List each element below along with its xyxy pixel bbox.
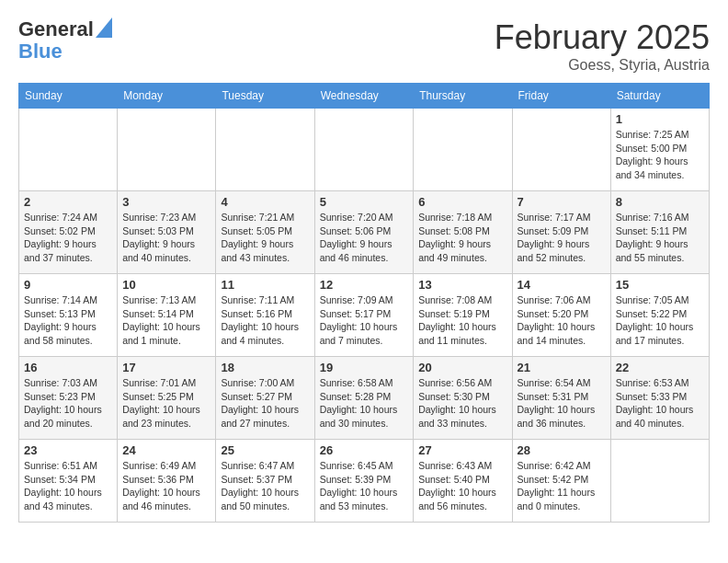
calendar-cell: 2Sunrise: 7:24 AM Sunset: 5:02 PM Daylig… xyxy=(19,191,118,274)
day-number: 10 xyxy=(122,278,210,292)
calendar-cell: 20Sunrise: 6:56 AM Sunset: 5:30 PM Dayli… xyxy=(414,357,512,440)
location: Goess, Styria, Austria xyxy=(495,57,710,74)
day-info: Sunrise: 6:53 AM Sunset: 5:33 PM Dayligh… xyxy=(616,376,704,431)
day-info: Sunrise: 6:54 AM Sunset: 5:31 PM Dayligh… xyxy=(518,376,606,431)
day-info: Sunrise: 7:06 AM Sunset: 5:20 PM Dayligh… xyxy=(518,293,606,348)
day-info: Sunrise: 6:43 AM Sunset: 5:40 PM Dayligh… xyxy=(418,459,506,513)
day-number: 2 xyxy=(24,195,112,209)
calendar-week-3: 9Sunrise: 7:14 AM Sunset: 5:13 PM Daylig… xyxy=(19,274,710,357)
calendar-cell: 24Sunrise: 6:49 AM Sunset: 5:36 PM Dayli… xyxy=(118,440,216,523)
day-number: 19 xyxy=(320,361,409,374)
day-number: 20 xyxy=(418,361,506,374)
calendar-cell xyxy=(610,440,709,523)
day-number: 8 xyxy=(616,195,704,209)
day-info: Sunrise: 7:16 AM Sunset: 5:11 PM Dayligh… xyxy=(616,211,704,265)
logo-text: General xyxy=(18,18,94,40)
title-block: February 2025 Goess, Styria, Austria xyxy=(495,18,710,74)
day-number: 16 xyxy=(24,361,112,374)
calendar-cell: 28Sunrise: 6:42 AM Sunset: 5:42 PM Dayli… xyxy=(512,440,610,523)
day-info: Sunrise: 7:20 AM Sunset: 5:06 PM Dayligh… xyxy=(320,211,409,265)
logo-blue-text: Blue xyxy=(18,40,63,63)
calendar-cell: 5Sunrise: 7:20 AM Sunset: 5:06 PM Daylig… xyxy=(314,191,414,274)
calendar-cell: 11Sunrise: 7:11 AM Sunset: 5:16 PM Dayli… xyxy=(216,274,314,357)
calendar-table: SundayMondayTuesdayWednesdayThursdayFrid… xyxy=(18,83,710,523)
calendar-cell: 4Sunrise: 7:21 AM Sunset: 5:05 PM Daylig… xyxy=(216,191,314,274)
day-info: Sunrise: 6:58 AM Sunset: 5:28 PM Dayligh… xyxy=(320,376,409,431)
calendar-cell: 22Sunrise: 6:53 AM Sunset: 5:33 PM Dayli… xyxy=(610,357,709,440)
calendar-cell: 16Sunrise: 7:03 AM Sunset: 5:23 PM Dayli… xyxy=(19,357,118,440)
column-header-wednesday: Wednesday xyxy=(314,84,414,109)
logo: General Blue xyxy=(18,18,112,63)
calendar-header-row: SundayMondayTuesdayWednesdayThursdayFrid… xyxy=(19,84,710,109)
calendar-cell: 27Sunrise: 6:43 AM Sunset: 5:40 PM Dayli… xyxy=(414,440,512,523)
day-info: Sunrise: 7:14 AM Sunset: 5:13 PM Dayligh… xyxy=(24,293,112,348)
day-number: 6 xyxy=(418,195,506,209)
day-number: 11 xyxy=(221,278,309,292)
svg-marker-0 xyxy=(96,17,112,38)
calendar-cell xyxy=(118,109,216,191)
calendar-cell: 8Sunrise: 7:16 AM Sunset: 5:11 PM Daylig… xyxy=(610,191,709,274)
column-header-friday: Friday xyxy=(512,84,610,109)
day-info: Sunrise: 7:03 AM Sunset: 5:23 PM Dayligh… xyxy=(24,376,112,431)
day-info: Sunrise: 7:24 AM Sunset: 5:02 PM Dayligh… xyxy=(24,211,112,265)
day-info: Sunrise: 6:45 AM Sunset: 5:39 PM Dayligh… xyxy=(320,459,409,513)
day-info: Sunrise: 6:42 AM Sunset: 5:42 PM Dayligh… xyxy=(518,459,606,513)
day-info: Sunrise: 7:13 AM Sunset: 5:14 PM Dayligh… xyxy=(122,293,210,348)
day-number: 5 xyxy=(320,195,409,209)
calendar-cell: 12Sunrise: 7:09 AM Sunset: 5:17 PM Dayli… xyxy=(314,274,414,357)
calendar-cell: 6Sunrise: 7:18 AM Sunset: 5:08 PM Daylig… xyxy=(414,191,512,274)
calendar-week-4: 16Sunrise: 7:03 AM Sunset: 5:23 PM Dayli… xyxy=(19,357,710,440)
calendar-cell: 10Sunrise: 7:13 AM Sunset: 5:14 PM Dayli… xyxy=(118,274,216,357)
day-info: Sunrise: 6:47 AM Sunset: 5:37 PM Dayligh… xyxy=(221,459,309,513)
day-number: 12 xyxy=(320,278,409,292)
column-header-sunday: Sunday xyxy=(19,84,118,109)
day-number: 23 xyxy=(24,443,112,457)
day-info: Sunrise: 7:08 AM Sunset: 5:19 PM Dayligh… xyxy=(418,293,506,348)
calendar-cell: 21Sunrise: 6:54 AM Sunset: 5:31 PM Dayli… xyxy=(512,357,610,440)
day-info: Sunrise: 7:18 AM Sunset: 5:08 PM Dayligh… xyxy=(418,211,506,265)
calendar-cell xyxy=(512,109,610,191)
calendar-cell xyxy=(19,109,118,191)
calendar-cell: 1Sunrise: 7:25 AM Sunset: 5:00 PM Daylig… xyxy=(610,109,709,191)
day-number: 3 xyxy=(122,195,210,209)
day-info: Sunrise: 6:56 AM Sunset: 5:30 PM Dayligh… xyxy=(418,376,506,431)
column-header-saturday: Saturday xyxy=(610,84,709,109)
day-info: Sunrise: 7:25 AM Sunset: 5:00 PM Dayligh… xyxy=(616,128,704,182)
day-info: Sunrise: 7:05 AM Sunset: 5:22 PM Dayligh… xyxy=(616,293,704,348)
day-number: 24 xyxy=(122,443,210,457)
day-info: Sunrise: 6:51 AM Sunset: 5:34 PM Dayligh… xyxy=(24,459,112,513)
calendar-cell: 14Sunrise: 7:06 AM Sunset: 5:20 PM Dayli… xyxy=(512,274,610,357)
calendar-cell xyxy=(414,109,512,191)
day-number: 15 xyxy=(616,278,704,292)
day-info: Sunrise: 6:49 AM Sunset: 5:36 PM Dayligh… xyxy=(122,459,210,513)
day-number: 18 xyxy=(221,361,309,374)
day-info: Sunrise: 7:21 AM Sunset: 5:05 PM Dayligh… xyxy=(221,211,309,265)
day-number: 7 xyxy=(518,195,606,209)
day-number: 26 xyxy=(320,443,409,457)
day-info: Sunrise: 7:23 AM Sunset: 5:03 PM Dayligh… xyxy=(122,211,210,265)
calendar-cell: 3Sunrise: 7:23 AM Sunset: 5:03 PM Daylig… xyxy=(118,191,216,274)
page-header: General Blue February 2025 Goess, Styria… xyxy=(18,18,710,74)
day-number: 9 xyxy=(24,278,112,292)
calendar-cell: 19Sunrise: 6:58 AM Sunset: 5:28 PM Dayli… xyxy=(314,357,414,440)
day-info: Sunrise: 7:17 AM Sunset: 5:09 PM Dayligh… xyxy=(518,211,606,265)
calendar-cell: 17Sunrise: 7:01 AM Sunset: 5:25 PM Dayli… xyxy=(118,357,216,440)
calendar-cell: 26Sunrise: 6:45 AM Sunset: 5:39 PM Dayli… xyxy=(314,440,414,523)
day-number: 21 xyxy=(518,361,606,374)
column-header-monday: Monday xyxy=(118,84,216,109)
day-info: Sunrise: 7:00 AM Sunset: 5:27 PM Dayligh… xyxy=(221,376,309,431)
day-number: 25 xyxy=(221,443,309,457)
day-number: 27 xyxy=(418,443,506,457)
day-number: 13 xyxy=(418,278,506,292)
column-header-thursday: Thursday xyxy=(414,84,512,109)
calendar-cell: 13Sunrise: 7:08 AM Sunset: 5:19 PM Dayli… xyxy=(414,274,512,357)
calendar-cell: 7Sunrise: 7:17 AM Sunset: 5:09 PM Daylig… xyxy=(512,191,610,274)
calendar-cell: 9Sunrise: 7:14 AM Sunset: 5:13 PM Daylig… xyxy=(19,274,118,357)
calendar-week-1: 1Sunrise: 7:25 AM Sunset: 5:00 PM Daylig… xyxy=(19,109,710,191)
day-number: 4 xyxy=(221,195,309,209)
month-title: February 2025 xyxy=(495,18,710,57)
calendar-cell: 18Sunrise: 7:00 AM Sunset: 5:27 PM Dayli… xyxy=(216,357,314,440)
calendar-cell: 25Sunrise: 6:47 AM Sunset: 5:37 PM Dayli… xyxy=(216,440,314,523)
calendar-cell: 15Sunrise: 7:05 AM Sunset: 5:22 PM Dayli… xyxy=(610,274,709,357)
calendar-cell xyxy=(314,109,414,191)
